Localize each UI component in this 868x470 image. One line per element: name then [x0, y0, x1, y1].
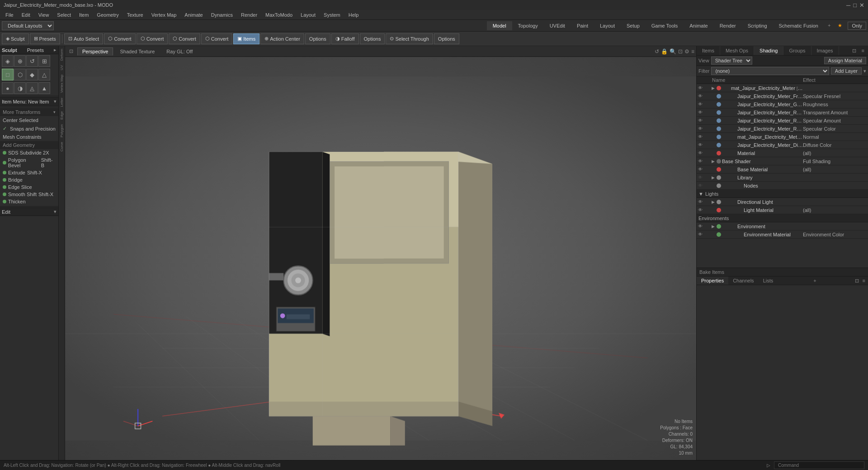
- convert-btn-3[interactable]: ⬡ Convert: [169, 33, 200, 44]
- tree-item-base-material[interactable]: 👁 Base Material (all): [697, 165, 868, 174]
- tab-game-tools[interactable]: Game Tools: [646, 21, 684, 30]
- assign-material-btn[interactable]: Assign Material: [824, 57, 866, 64]
- layout-selector[interactable]: Default Layouts: [2, 21, 54, 30]
- convert-btn-2[interactable]: ⬡ Convert: [137, 33, 168, 44]
- falloff-button[interactable]: ◑ Falloff: [331, 33, 359, 44]
- tree-item-library[interactable]: 👁 ▶ Library: [697, 174, 868, 182]
- tree-item-mat-main[interactable]: 👁 ▶ mat_Jaipur_Electricity_Meter [Materi…: [697, 84, 868, 92]
- tab-scripting[interactable]: Scripting: [742, 21, 773, 30]
- options-btn-1[interactable]: Options: [305, 33, 330, 44]
- view-select[interactable]: Shader Tree: [711, 56, 752, 65]
- add-layer-btn[interactable]: Add Layer: [831, 67, 862, 75]
- tool-select-icon[interactable]: ◈: [2, 55, 14, 67]
- vp-search-icon[interactable]: 🔍: [670, 48, 676, 55]
- menu-select[interactable]: Select: [53, 11, 75, 19]
- eye-icon-env-mat[interactable]: 👁: [697, 232, 704, 237]
- snaps-precision-item[interactable]: ✓ Snaps and Precision: [0, 124, 58, 133]
- menu-maxtomodo[interactable]: MaxToModo: [262, 11, 296, 19]
- convert-btn-4[interactable]: ⬡ Convert: [201, 33, 233, 44]
- edge-slice-item[interactable]: Edge Slice: [0, 183, 58, 191]
- menu-layout[interactable]: Layout: [297, 11, 319, 19]
- presets-button[interactable]: ⊞ Presets: [30, 33, 60, 44]
- tool-poly-icon[interactable]: □: [2, 69, 14, 80]
- menu-vertex-map[interactable]: Vertex Map: [148, 11, 180, 19]
- tool-scale-icon[interactable]: ⊞: [38, 55, 50, 67]
- tree-item-env-mat[interactable]: 👁 Environment Material Environment Color: [697, 230, 868, 239]
- menu-render[interactable]: Render: [237, 11, 261, 19]
- side-tab-deform[interactable]: Deform: [59, 47, 64, 62]
- tab-mesh-ops[interactable]: Mesh Ops: [720, 46, 754, 55]
- tree-item-dir-light[interactable]: 👁 ▶ Directional Light: [697, 198, 868, 206]
- eye-icon-dir-light[interactable]: 👁: [697, 199, 704, 204]
- tool-sculpt2-icon[interactable]: ◬: [26, 82, 38, 94]
- menu-edit[interactable]: Edit: [18, 11, 34, 19]
- prop-expand-icon[interactable]: ⊡: [854, 277, 860, 285]
- eye-icon-base-shader[interactable]: 👁: [697, 159, 704, 164]
- tab-properties[interactable]: Properties: [697, 277, 728, 285]
- expand-environment[interactable]: ▶: [710, 224, 716, 229]
- eye-icon-diffuse[interactable]: 👁: [697, 142, 704, 147]
- menu-item[interactable]: Item: [75, 11, 92, 19]
- menu-animate[interactable]: Animate: [181, 11, 206, 19]
- tool-paint-icon[interactable]: ●: [2, 82, 14, 94]
- tab-lists[interactable]: Lists: [759, 277, 778, 285]
- polygon-bevel-item[interactable]: Polygon Bevel Shift-B: [0, 156, 58, 169]
- item-menu-arrow[interactable]: ▾: [54, 99, 57, 104]
- sculpt-button[interactable]: ◈ Sculpt: [2, 33, 29, 44]
- minimize-btn[interactable]: ─: [846, 2, 850, 9]
- auto-select-button[interactable]: ⊡ Auto Select: [64, 33, 103, 44]
- vp-tab-raygl[interactable]: Ray GL: Off: [161, 47, 198, 56]
- close-btn[interactable]: ✕: [859, 2, 864, 9]
- expand-mat-main[interactable]: ▶: [710, 86, 716, 90]
- tab-uvedit[interactable]: UVEdit: [544, 21, 571, 30]
- tree-item-diffuse[interactable]: 👁 Jaipur_Electricity_Meter_Diffuse [Imag…: [697, 141, 868, 149]
- menu-geometry[interactable]: Geometry: [93, 11, 122, 19]
- window-controls[interactable]: ─ □ ✕: [846, 2, 864, 9]
- tree-item-environment[interactable]: 👁 ▶ Environment: [697, 222, 868, 230]
- command-input[interactable]: [774, 461, 864, 469]
- more-transforms-header[interactable]: More Transforms ▾: [0, 108, 58, 116]
- tree-item-refraction[interactable]: 👁 Jaipur_Electricity_Meter_Refraction [I…: [697, 108, 868, 117]
- tool-edge-icon[interactable]: ⬡: [14, 69, 26, 80]
- tab-schematic[interactable]: Schematic Fusion: [773, 21, 824, 30]
- menu-help[interactable]: Help: [345, 11, 363, 19]
- vp-menu-icon[interactable]: ≡: [691, 48, 694, 55]
- menu-view[interactable]: View: [35, 11, 53, 19]
- sds-subdivide-item[interactable]: SDS Subdivide 2X: [0, 149, 58, 156]
- eye-icon-environment[interactable]: 👁: [697, 224, 704, 229]
- panel-menu-icon[interactable]: ≡: [860, 47, 866, 54]
- eye-icon-base-material[interactable]: 👁: [697, 167, 704, 172]
- eye-icon-light-mat[interactable]: 👁: [697, 207, 704, 212]
- expand-dir-light[interactable]: ▶: [710, 200, 716, 204]
- tree-item-bump[interactable]: 👁 mat_Jaipur_Electricity_Meter_bump [Ima…: [697, 133, 868, 141]
- vp-maximize-icon[interactable]: ⊡: [678, 48, 683, 55]
- add-tab-btn[interactable]: +: [824, 21, 834, 30]
- menu-texture[interactable]: Texture: [123, 11, 147, 19]
- tab-channels[interactable]: Channels: [728, 277, 758, 285]
- tree-item-gloss[interactable]: 👁 Jaipur_Electricity_Meter_Glossines [Im…: [697, 100, 868, 108]
- side-tab-uv[interactable]: UV: [59, 63, 64, 72]
- add-geometry-header[interactable]: Add Geometry: [0, 141, 58, 149]
- tab-images[interactable]: Images: [811, 46, 839, 55]
- tab-groups[interactable]: Groups: [783, 46, 811, 55]
- vp-tab-perspective[interactable]: Perspective: [77, 47, 113, 56]
- convert-btn-1[interactable]: ⬡ Convert: [104, 33, 136, 44]
- eye-icon-reflection2[interactable]: 👁: [697, 126, 704, 131]
- tree-item-nodes[interactable]: 👁 Nodes: [697, 182, 868, 190]
- center-selected-item[interactable]: Center Selected: [0, 116, 58, 124]
- eye-icon-reflection1[interactable]: 👁: [697, 118, 704, 123]
- 3d-viewport[interactable]: No Items Polygons : Face Channels: 0 Def…: [65, 57, 696, 460]
- vp-settings-icon[interactable]: ⚙: [684, 48, 689, 55]
- tab-layout[interactable]: Layout: [594, 21, 621, 30]
- edit-arrow[interactable]: ▾: [54, 209, 57, 215]
- bake-items-row[interactable]: Bake Items: [697, 268, 868, 276]
- tab-setup[interactable]: Setup: [621, 21, 646, 30]
- tab-model[interactable]: Model: [487, 21, 512, 30]
- thicken-item[interactable]: Thicken: [0, 198, 58, 205]
- tree-item-reflection1[interactable]: 👁 Jaipur_Electricity_Meter_Reflection [I…: [697, 117, 868, 125]
- expand-base-shader[interactable]: ▶: [710, 159, 716, 164]
- tree-item-base-shader[interactable]: 👁 ▶ Base Shader Full Shading: [697, 157, 868, 165]
- tab-shading[interactable]: Shading: [754, 46, 783, 55]
- vp-lock-icon[interactable]: 🔒: [661, 48, 668, 55]
- eye-icon-fresnel[interactable]: 👁: [697, 94, 704, 99]
